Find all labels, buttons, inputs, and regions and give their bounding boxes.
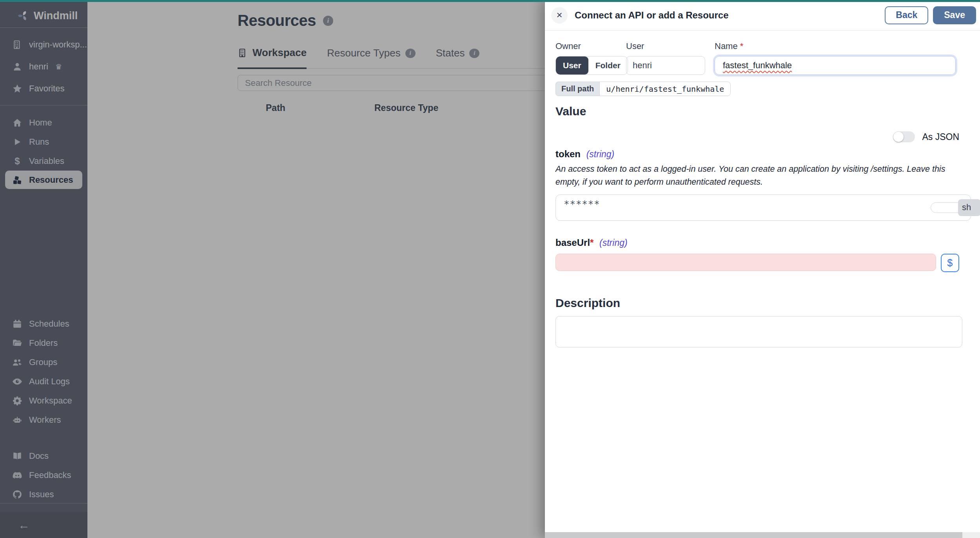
save-button[interactable]: Save (933, 6, 976, 24)
toggle-knob (893, 132, 904, 142)
as-json-label: As JSON (922, 132, 959, 142)
user-input[interactable]: henri (626, 56, 705, 75)
resource-drawer: × Connect an API or add a Resource Back … (545, 0, 980, 538)
owner-option-user[interactable]: User (556, 56, 588, 75)
required-asterisk: * (740, 41, 744, 51)
baseurl-field-name: baseUrl (555, 237, 590, 248)
insert-variable-button[interactable]: $ (941, 254, 959, 272)
token-field-description: An access token to act as a logged-in us… (555, 163, 959, 189)
baseurl-field-type: (string) (599, 238, 628, 248)
token-field-name: token (555, 149, 581, 159)
token-field-header: token (string) (555, 149, 959, 160)
baseurl-input[interactable] (555, 254, 936, 271)
drawer-title: Connect an API or add a Resource (575, 10, 885, 21)
close-icon[interactable]: × (551, 7, 568, 24)
name-input[interactable]: fastest_funkwhale (715, 56, 956, 75)
horizontal-scrollbar[interactable] (545, 532, 980, 538)
owner-segmented-control: User Folder (555, 56, 628, 75)
user-label: User (626, 41, 715, 51)
required-asterisk: * (590, 237, 593, 248)
page: Windmill virgin-worksp... (0, 0, 980, 538)
top-accent-bar (0, 0, 980, 2)
description-textarea[interactable] (555, 316, 962, 347)
baseurl-field-header: baseUrl* (string) (555, 237, 959, 248)
owner-label: Owner (555, 41, 626, 51)
back-button[interactable]: Back (885, 6, 928, 24)
token-input[interactable]: ****** sh (555, 194, 971, 221)
name-input-value: fastest_funkwhale (723, 60, 792, 71)
full-path-label: Full path (555, 82, 599, 96)
modal-dim-overlay[interactable] (0, 0, 545, 538)
description-section-heading: Description (555, 296, 959, 310)
as-json-toggle[interactable] (893, 131, 915, 142)
scrollbar-thumb[interactable] (545, 532, 962, 538)
full-path-display: Full path u/henri/fastest_funkwhale (555, 82, 731, 96)
value-section-heading: Value (555, 105, 959, 118)
token-masked-value: ****** (564, 199, 600, 210)
user-input-value: henri (633, 60, 652, 71)
name-label: Name * (715, 41, 956, 51)
owner-option-folder[interactable]: Folder (588, 56, 628, 75)
full-path-value: u/henri/fastest_funkwhale (599, 82, 731, 96)
token-field-type: (string) (586, 149, 615, 159)
show-button[interactable]: sh (958, 199, 980, 216)
drawer-header: × Connect an API or add a Resource Back … (545, 0, 980, 31)
drawer-body: Owner User Folder User henri Name * (545, 31, 980, 349)
